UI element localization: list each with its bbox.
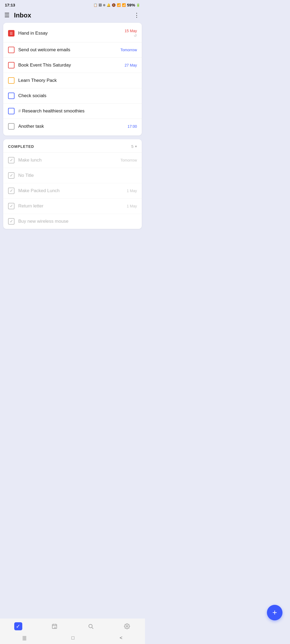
status-time: 17:13 bbox=[5, 3, 15, 7]
table-row[interactable]: Book Event This Saturday 27 May bbox=[3, 58, 142, 73]
completed-count-number: 5 bbox=[131, 144, 133, 149]
status-bar: 17:13 📋 🖼 ⊗ 🔔 🔕 📶 📶 59% 🔋 bbox=[0, 0, 145, 9]
task-title: Hand in Essay bbox=[18, 31, 48, 36]
page-title: Inbox bbox=[14, 12, 31, 19]
completed-header[interactable]: COMPLETED 5 ▾ bbox=[3, 139, 142, 153]
header-left: ☰ Inbox bbox=[4, 12, 31, 19]
completed-task-date: 1 May bbox=[127, 189, 137, 193]
task-title: Check socials bbox=[18, 93, 46, 98]
task-list-card: Hand in Essay 15 May ↺ Send out welcome … bbox=[3, 23, 142, 136]
task-left: Learn Theory Pack bbox=[8, 77, 137, 84]
completed-checkbox[interactable]: ✓ bbox=[8, 157, 15, 163]
sim-icon: 📋 bbox=[93, 3, 97, 7]
checkmark-icon: ✓ bbox=[10, 204, 13, 208]
list-item[interactable]: ✓ Make lunch Tomorrow bbox=[3, 153, 142, 168]
list-item[interactable]: ✓ Return letter 1 May bbox=[3, 199, 142, 214]
table-row[interactable]: Check socials bbox=[3, 88, 142, 104]
completed-task-date: 1 May bbox=[127, 204, 137, 208]
task-left: # Research healthiest smoothies bbox=[8, 108, 137, 114]
completed-checkbox[interactable]: ✓ bbox=[8, 172, 15, 179]
table-row[interactable]: Another task 17:00 bbox=[3, 119, 142, 134]
completed-checkbox[interactable]: ✓ bbox=[8, 218, 15, 225]
completed-count: 5 ▾ bbox=[131, 144, 137, 149]
list-item[interactable]: ✓ No Title bbox=[3, 168, 142, 183]
blocked-icon: ⊗ bbox=[103, 3, 106, 7]
chevron-down-icon: ▾ bbox=[135, 144, 137, 148]
table-row[interactable]: Learn Theory Pack bbox=[3, 73, 142, 88]
wifi-icon: 📶 bbox=[117, 3, 121, 7]
completed-task-date: Tomorrow bbox=[121, 158, 137, 162]
task-left: Book Event This Saturday bbox=[8, 62, 122, 68]
task-title: # Research healthiest smoothies bbox=[18, 108, 85, 114]
completed-task-title: Make lunch bbox=[18, 158, 42, 163]
completed-checkbox[interactable]: ✓ bbox=[8, 203, 15, 209]
app-header: ☰ Inbox ⋮ bbox=[0, 9, 145, 23]
signal-icon: 📶 bbox=[122, 3, 126, 7]
completed-task-title: No Title bbox=[18, 173, 34, 178]
checkmark-icon: ✓ bbox=[10, 173, 13, 178]
more-options-icon[interactable]: ⋮ bbox=[134, 12, 140, 19]
task-checkbox[interactable] bbox=[8, 93, 15, 99]
completed-task-title: Return letter bbox=[18, 203, 44, 209]
task-checkbox[interactable] bbox=[8, 123, 15, 130]
checkmark-icon: ✓ bbox=[10, 188, 13, 193]
task-date: 15 May bbox=[125, 29, 137, 33]
list-item[interactable]: ✓ Buy new wireless mouse bbox=[3, 214, 142, 229]
battery-text: 59% bbox=[127, 3, 135, 7]
task-left: Hand in Essay bbox=[8, 30, 122, 36]
task-title: Book Event This Saturday bbox=[18, 63, 71, 68]
task-title: Send out welcome emails bbox=[18, 47, 70, 53]
task-checkbox[interactable] bbox=[8, 62, 15, 68]
task-title: Another task bbox=[18, 124, 44, 129]
task-checkbox[interactable] bbox=[8, 30, 15, 36]
table-row[interactable]: # Research healthiest smoothies bbox=[3, 104, 142, 119]
repeat-icon: ↺ bbox=[134, 34, 137, 38]
completed-label: COMPLETED bbox=[8, 144, 34, 149]
list-item[interactable]: ✓ Make Packed Lunch 1 May bbox=[3, 183, 142, 199]
task-date: 17:00 bbox=[128, 124, 137, 129]
task-checkbox[interactable] bbox=[8, 47, 15, 53]
completed-task-title: Buy new wireless mouse bbox=[18, 219, 68, 224]
completed-task-title: Make Packed Lunch bbox=[18, 188, 60, 193]
checkmark-icon: ✓ bbox=[10, 158, 13, 163]
status-icons: 📋 🖼 ⊗ 🔔 🔕 📶 📶 59% 🔋 bbox=[93, 3, 140, 7]
image-icon: 🖼 bbox=[99, 3, 102, 7]
battery-icon: 🔋 bbox=[136, 3, 140, 7]
mute-icon: 🔕 bbox=[112, 3, 116, 7]
table-row[interactable]: Hand in Essay 15 May ↺ bbox=[3, 24, 142, 42]
task-date: Tomorrow bbox=[121, 48, 137, 52]
completed-section: COMPLETED 5 ▾ ✓ Make lunch Tomorrow ✓ No… bbox=[3, 139, 142, 229]
menu-icon[interactable]: ☰ bbox=[4, 12, 10, 19]
completed-checkbox[interactable]: ✓ bbox=[8, 188, 15, 194]
task-checkbox[interactable] bbox=[8, 108, 15, 114]
task-checkbox[interactable] bbox=[8, 77, 15, 84]
alarm-icon: 🔔 bbox=[107, 3, 111, 7]
task-left: Send out welcome emails bbox=[8, 47, 118, 53]
table-row[interactable]: Send out welcome emails Tomorrow bbox=[3, 42, 142, 58]
task-date: 27 May bbox=[125, 63, 137, 67]
task-left: Another task bbox=[8, 123, 125, 130]
task-left: Check socials bbox=[8, 93, 137, 99]
checkmark-icon: ✓ bbox=[10, 219, 13, 224]
task-title: Learn Theory Pack bbox=[18, 78, 57, 83]
